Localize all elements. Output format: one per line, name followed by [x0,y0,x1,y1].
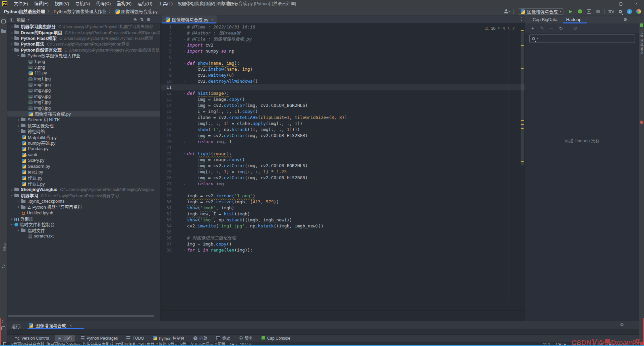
tree-item[interactable]: img6.jpg [7,93,160,99]
tree-item[interactable]: ›外部库 [7,216,160,221]
code-line-35[interactable]: 35 [161,229,525,235]
chevron-collapsed-icon[interactable]: › [16,199,21,204]
search-everywhere-button[interactable] [616,8,625,15]
tree-item[interactable]: 1.png [7,58,160,64]
chevron-collapsed-icon[interactable]: › [9,41,14,46]
fold-marker-icon[interactable]: ▴ [172,78,187,84]
debug-button[interactable] [576,8,584,15]
code-line-4[interactable]: 4▾import cv2 [161,42,525,48]
tool-button-python-console[interactable]: Python 控制台 [150,335,188,342]
chevron-collapsed-icon[interactable]: › [9,36,14,41]
menu-item-1[interactable]: 编辑(E) [31,0,52,7]
kebab-menu-icon[interactable]: ⋮ [519,16,524,21]
code-line-5[interactable]: 5▴import numpy as np [161,48,525,54]
tool-button-version-control[interactable]: ⌥Version Control [12,335,52,341]
chevron-collapsed-icon[interactable]: › [9,187,14,192]
tree-item[interactable]: test1.py [7,169,160,175]
code-line-7[interactable]: 7▾def show(name, img): [161,60,525,66]
link-icon[interactable]: ⊘ [571,25,579,31]
tree-item[interactable]: Matplotlib库.py [7,134,160,140]
chevron-collapsed-icon[interactable]: › [9,216,14,221]
tool-button-services[interactable]: ▶服务 [236,335,256,342]
chevron-collapsed-icon[interactable]: › [16,117,21,122]
tool-button-run[interactable]: ▶运行 [55,335,75,342]
menu-item-2[interactable]: 视图(V) [52,0,72,7]
tree-item[interactable]: SciPy.py [7,157,160,163]
next-warning-icon[interactable]: ∨ [512,26,515,30]
code-line-15[interactable]: 15 I = img[:, :, 1].copy() [161,109,525,115]
tree-item[interactable]: ›机器学习C:\Users\xuyip\PycharmProjects\机器学习 [7,192,160,198]
code-line-11[interactable]: 11 [161,84,525,90]
locate-icon[interactable]: ⊕ [133,17,137,22]
code-line-3[interactable]: 3▴# @File : 图像增强与合成.py [161,36,525,42]
maximize-button[interactable]: ▢ [613,0,629,7]
code-line-23[interactable]: 23 img = image.copy() [161,157,525,163]
code-line-10[interactable]: 10▴ cv2.destroyAllWindows() [161,78,525,84]
hide-icon[interactable]: — [631,17,636,22]
close-button[interactable]: × [629,0,644,7]
code-line-17[interactable]: 17 img[:, :, 1] = clahe.apply(img[:, :, … [161,121,525,127]
tree-item[interactable]: img3.jpg [7,87,160,93]
refresh-icon[interactable]: ↻ [557,25,565,31]
hide-icon[interactable]: — [629,322,634,327]
code-line-6[interactable]: 6 [161,54,525,60]
tree-item[interactable]: ›神经网络 [7,128,160,134]
edit-icon[interactable]: ✎ [538,25,546,31]
fold-marker-icon[interactable]: ▾ [172,60,187,66]
code-with-me-button[interactable]: ▾ [503,8,511,15]
tool-button-problems[interactable]: !问题 [190,335,211,342]
menu-item-0[interactable]: 文件(F) [11,0,31,7]
add-icon[interactable]: + [529,25,537,31]
tree-item[interactable]: ›Python自然语言处理C:\Users\xuyip\PycharmProje… [7,47,160,53]
tree-item[interactable]: ›临时文件 [7,227,160,233]
tree-item[interactable]: ›Sklearn 和 NLTK [7,117,160,122]
tree-item[interactable]: scratch.txt [7,233,160,239]
search-field[interactable]: ▾ [529,34,635,43]
chevron-down-icon[interactable]: ▾ [28,18,30,21]
fold-marker-icon[interactable]: ▾ [172,151,187,157]
code-line-34[interactable]: 34cv2.imwrite('img1.jpg', np.hstack((img… [161,223,525,229]
code-editor[interactable]: 1▾# @Time : 2022/10/31 16:182# @Author :… [161,23,525,321]
tab-hadoop[interactable]: Hadoop [566,17,582,22]
code-line-13[interactable]: 13 img = image.copy() [161,96,525,102]
tool-button-todo[interactable]: TODO [123,335,147,341]
tool-button-cap-console[interactable]: Cap Console [258,335,293,341]
code-line-14[interactable]: 14 img = cv2.cvtColor(img, cv2.COLOR_BGR… [161,102,525,109]
tree-item[interactable]: ›Dream的Django项目C:\Users\xuyip\PycharmPro… [7,29,160,35]
grid-stripe-icon[interactable] [1,326,5,330]
tree-item[interactable]: ›临时文件和控制台 [7,221,160,227]
code-line-26[interactable]: 26 img = cv2.cvtColor(img, cv2.COLOR_HLS… [161,175,525,181]
tree-item[interactable]: ›ShenjingWangluoC:\Users\xuyip\PycharmPr… [7,187,160,192]
code-line-12[interactable]: 12▾def hist(image): [161,90,525,96]
tree-item[interactable]: numpy基础.py [7,140,160,146]
chevron-collapsed-icon[interactable]: › [9,30,14,35]
code-line-1[interactable]: 1▾# @Time : 2022/10/31 16:18 [161,24,525,30]
tree-item[interactable]: ›数字图像处理 [7,123,160,128]
menu-item-4[interactable]: 代码(C) [93,0,114,7]
code-line-21[interactable]: 21 [161,145,525,151]
code-line-33[interactable]: 33show('img', np.hstack((imgb, imgb_new)… [161,217,525,223]
tree-item[interactable]: ›Python算法C:\Users\xuyip\PycharmProjects\… [7,41,160,47]
hide-icon[interactable]: — [154,17,158,22]
code-line-32[interactable]: 32imgb_new, I = hist(imgb) [161,211,525,217]
chevron-expanded-icon[interactable]: › [9,193,14,198]
tree-item[interactable]: ›Python Flask框架C:\Users\xuyip\PycharmPro… [7,35,160,41]
collapse-all-icon[interactable]: ⇅ [140,17,143,22]
code-line-18[interactable]: 18 show('I', np.hstack((I, img[:, :, 1])… [161,127,525,133]
close-icon[interactable]: × [70,324,72,328]
settings-icon[interactable]: ⚙ [620,322,624,327]
minimize-button[interactable]: — [598,0,613,7]
breadcrumb-item-1[interactable]: Python数字图像处理大作业 [54,8,106,14]
editor-scrollbar[interactable] [520,23,524,321]
close-icon[interactable]: × [212,17,214,21]
fold-marker-icon[interactable]: ▴ [172,181,187,187]
code-line-22[interactable]: 22▾def light(image): [161,151,525,157]
tab-cap-bigdata[interactable]: Cap BigData [533,17,558,22]
code-line-20[interactable]: 20▴ return img, I [161,139,525,145]
breadcrumb-item-2[interactable]: 图像增强与合成.py [115,8,158,14]
cap-bigdata-stripe-icon[interactable] [640,23,643,27]
chevron-expanded-icon[interactable]: › [9,47,14,52]
tree-item[interactable]: Pandas.py [7,146,160,151]
update-button[interactable]: ↑ [625,8,634,15]
fold-marker-icon[interactable]: ▾ [172,24,187,30]
